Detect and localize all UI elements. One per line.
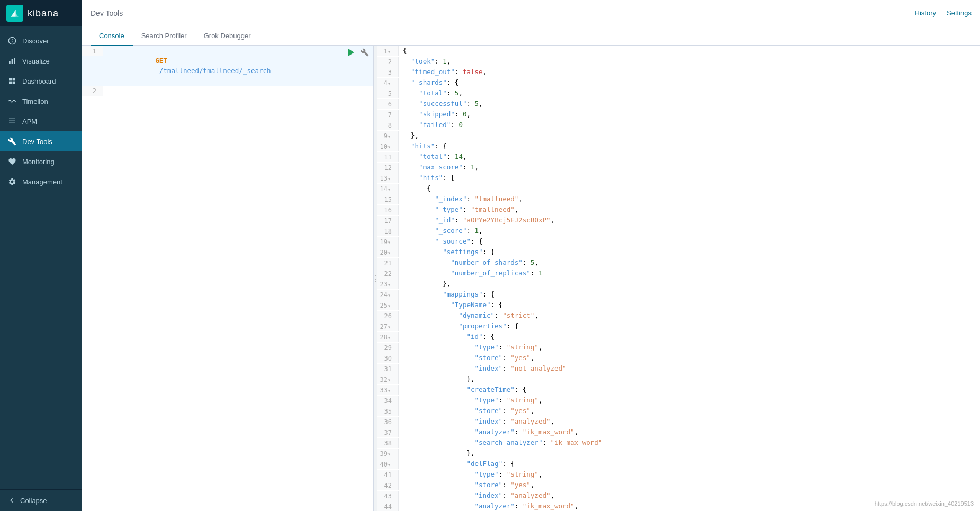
fold-arrow-20[interactable]: ▾	[388, 250, 391, 256]
sidebar-bottom: Collapse	[0, 489, 82, 511]
output-line-30: 30 "store": "yes",	[377, 353, 980, 364]
output-line-content-36: "index": "analyzed",	[399, 417, 980, 427]
line-content-1[interactable]: GET /tmallneed/tmallneed/_search	[103, 46, 343, 86]
fold-arrow-28[interactable]: ▾	[388, 335, 391, 340]
svg-rect-12	[9, 123, 15, 123]
output-line-number-35: 35	[377, 406, 399, 416]
fold-arrow-10[interactable]: ▾	[388, 144, 391, 150]
output-line-number-2: 2	[377, 57, 399, 67]
run-button[interactable]	[345, 47, 357, 58]
output-line-28: 28▾ "id": {	[377, 332, 980, 343]
output-line-number-22: 22	[377, 268, 399, 279]
history-link[interactable]: History	[915, 9, 936, 17]
sidebar-item-discover[interactable]: Discover	[0, 31, 82, 51]
output-line-content-29: "type": "string",	[399, 343, 980, 353]
fold-arrow-4[interactable]: ▾	[388, 80, 391, 86]
output-line-number-24: 24▾	[377, 290, 399, 300]
bar-chart-icon	[7, 56, 17, 66]
output-line-number-10: 10▾	[377, 141, 399, 151]
output-line-content-26: "dynamic": "strict",	[399, 311, 980, 321]
output-line-content-12: "max_score": 1,	[399, 163, 980, 173]
svg-point-0	[8, 37, 15, 44]
wrench-button[interactable]	[359, 47, 371, 58]
sidebar-item-dev-tools[interactable]: Dev Tools	[0, 131, 82, 151]
sidebar-item-monitoring[interactable]: Monitoring	[0, 151, 82, 172]
output-line-content-16: "_type": "tmallneed",	[399, 205, 980, 215]
output-line-number-17: 17	[377, 216, 399, 226]
output-line-37: 37 "analyzer": "ik_max_word",	[377, 427, 980, 438]
wrench-icon	[7, 137, 17, 146]
output-line-number-21: 21	[377, 258, 399, 268]
fold-arrow-13[interactable]: ▾	[388, 176, 391, 182]
output-line-content-2: "took": 1,	[399, 57, 980, 67]
settings-link[interactable]: Settings	[947, 9, 972, 17]
fold-arrow-1[interactable]: ▾	[388, 49, 391, 55]
output-line-number-38: 38	[377, 438, 399, 448]
output-line-27: 27▾ "properties": {	[377, 321, 980, 332]
output-line-content-3: "timed_out": false,	[399, 67, 980, 77]
fold-arrow-9[interactable]: ▾	[388, 133, 391, 139]
fold-arrow-39[interactable]: ▾	[388, 451, 391, 457]
output-line-content-22: "number_of_replicas": 1	[399, 268, 980, 279]
output-line-number-14: 14▾	[377, 184, 399, 194]
output-line-content-18: "_score": 1,	[399, 226, 980, 236]
svg-rect-5	[14, 58, 15, 64]
grid-icon	[7, 76, 17, 86]
input-code-area[interactable]: 1 GET /tmallneed/tmallneed/_search	[82, 46, 373, 511]
heart-icon	[7, 157, 17, 166]
logo-area: kibana	[0, 0, 82, 26]
fold-arrow-32[interactable]: ▾	[388, 377, 391, 383]
kibana-logo-icon	[6, 5, 23, 22]
sidebar-item-visualize[interactable]: Visualize	[0, 51, 82, 71]
fold-arrow-27[interactable]: ▾	[388, 324, 391, 330]
collapse-button[interactable]: Collapse	[7, 496, 75, 505]
output-line-content-38: "search_analyzer": "ik_max_word"	[399, 438, 980, 448]
output-code-area: 1▾{2 "took": 1,3 "timed_out": false,4▾ "…	[377, 46, 980, 511]
output-line-content-20: "settings": {	[399, 247, 980, 257]
output-line-number-20: 20▾	[377, 247, 399, 257]
svg-marker-13	[348, 49, 354, 57]
output-line-content-1: {	[399, 46, 980, 56]
svg-rect-7	[13, 78, 15, 80]
output-line-number-29: 29	[377, 343, 399, 353]
output-line-17: 17 "_id": "aOPYe2YBcj5EJ2scBOxP",	[377, 216, 980, 226]
output-line-18: 18 "_score": 1,	[377, 226, 980, 237]
output-line-content-34: "type": "string",	[399, 396, 980, 406]
fold-arrow-24[interactable]: ▾	[388, 292, 391, 298]
output-line-content-41: "type": "string",	[399, 470, 980, 480]
output-line-5: 5 "total": 5,	[377, 88, 980, 99]
output-line-13: 13▾ "hits": [	[377, 173, 980, 184]
output-line-number-19: 19▾	[377, 237, 399, 247]
output-line-content-30: "store": "yes",	[399, 353, 980, 363]
sidebar-item-apm[interactable]: APM	[0, 111, 82, 131]
svg-rect-3	[9, 61, 11, 64]
fold-arrow-23[interactable]: ▾	[388, 282, 391, 288]
sidebar-item-timelion[interactable]: Timelion	[0, 91, 82, 111]
fold-arrow-19[interactable]: ▾	[388, 239, 391, 245]
output-line-content-10: "hits": {	[399, 141, 980, 151]
output-line-number-12: 12	[377, 163, 399, 173]
sidebar-item-apm-label: APM	[22, 118, 37, 125]
sidebar-item-visualize-label: Visualize	[22, 57, 50, 65]
sidebar-item-monitoring-label: Monitoring	[22, 158, 55, 166]
svg-rect-6	[9, 78, 12, 80]
input-pane: 1 GET /tmallneed/tmallneed/_search	[82, 46, 373, 511]
sidebar-item-management[interactable]: Management	[0, 172, 82, 192]
tab-search-profiler[interactable]: Search Profiler	[133, 26, 195, 46]
output-line-15: 15 "_index": "tmallneed",	[377, 194, 980, 205]
kibana-logo-text: kibana	[28, 8, 59, 19]
topbar-actions: History Settings	[915, 9, 972, 17]
tab-grok-debugger[interactable]: Grok Debugger	[195, 26, 259, 46]
fold-arrow-33[interactable]: ▾	[388, 388, 391, 393]
output-line-number-40: 40▾	[377, 459, 399, 469]
output-line-content-6: "successful": 5,	[399, 99, 980, 109]
output-line-content-13: "hits": [	[399, 173, 980, 183]
fold-arrow-40[interactable]: ▾	[388, 462, 391, 468]
fold-arrow-25[interactable]: ▾	[388, 303, 391, 309]
line-content-2[interactable]	[103, 86, 373, 96]
fold-arrow-14[interactable]: ▾	[388, 186, 391, 192]
sidebar-item-dashboard[interactable]: Dashboard	[0, 71, 82, 91]
pane-divider[interactable]	[373, 46, 377, 511]
tab-console[interactable]: Console	[91, 26, 133, 46]
output-line-number-9: 9▾	[377, 131, 399, 141]
